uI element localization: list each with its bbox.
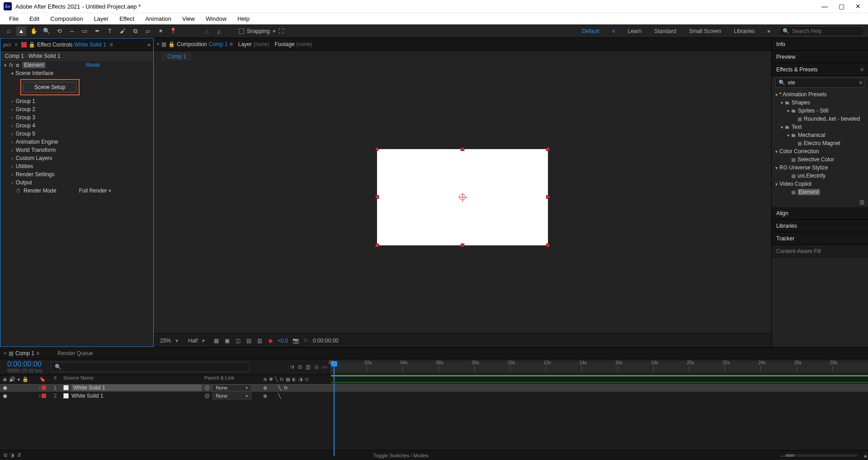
tab-close-icon[interactable]: × (156, 41, 160, 47)
magnification-dropdown[interactable]: 25% (157, 337, 181, 345)
snap-opts-icon[interactable]: ⌖ (273, 28, 276, 34)
toggle-switches-button[interactable]: Toggle Switches / Modes (373, 453, 429, 458)
maximize-button[interactable]: ▢ (839, 3, 844, 10)
twirl-icon[interactable]: › (39, 385, 41, 391)
footer-icon[interactable]: ◑ (10, 452, 14, 458)
prop-custom-layers[interactable]: Custom Layers (0, 154, 153, 162)
transparency-grid-icon[interactable]: ▦ (212, 338, 220, 344)
workspace-standard[interactable]: Standard (654, 28, 676, 34)
tree-text[interactable]: 🖿Text (772, 123, 868, 131)
workspace-libraries[interactable]: Libraries (734, 28, 755, 34)
mask-icon[interactable]: ▣ (223, 338, 231, 344)
channel-icon[interactable]: ◉ (268, 338, 273, 344)
source-col-header[interactable]: Source Name (61, 375, 202, 383)
parent-dropdown[interactable]: None (212, 393, 251, 399)
workspace-learn[interactable]: Learn (628, 28, 642, 34)
parent-dropdown[interactable]: None (212, 385, 251, 391)
exposure-value[interactable]: +0,0 (277, 338, 288, 344)
libraries-panel-header[interactable]: Libraries (772, 220, 868, 232)
graph-icon[interactable]: ▭ (322, 364, 327, 370)
label-col-icon[interactable]: 🔖 (39, 376, 46, 382)
handle-mid-right[interactable] (546, 195, 550, 199)
prev-tab-label[interactable]: ject (3, 42, 11, 47)
quality-icon[interactable]: ╲ (278, 393, 281, 399)
lock-col-icon[interactable]: 🔒 (22, 376, 28, 382)
switch-icon[interactable]: ✱ (269, 376, 273, 382)
prop-render-settings[interactable]: Render Settings (0, 170, 153, 178)
pan-behind-tool[interactable]: ↔ (67, 26, 77, 36)
eye-icon[interactable]: ◉ (3, 385, 7, 391)
prop-group-2[interactable]: Group 2 (0, 105, 153, 113)
tab-overflow-icon[interactable]: » (147, 42, 151, 48)
twirl-icon[interactable]: › (39, 393, 41, 399)
tree-mechanical[interactable]: 🖿Mechanical (772, 131, 868, 139)
snapshot-icon[interactable]: 📷 (292, 338, 299, 344)
workspace-menu-icon[interactable]: ≡ (612, 28, 615, 34)
render-queue-tab[interactable]: Render Queue (57, 350, 93, 357)
effects-search-input[interactable] (788, 80, 856, 86)
playhead[interactable] (331, 359, 338, 370)
pickwhip-icon[interactable]: @ (204, 393, 210, 399)
mesh-icon-2[interactable]: ◭ (214, 26, 224, 36)
anchor-point-icon[interactable] (459, 194, 466, 200)
composition-canvas[interactable] (377, 149, 548, 245)
scene-interface-group[interactable]: Scene Interface (0, 69, 153, 77)
info-panel-header[interactable]: Info (772, 38, 868, 51)
refresh-icon[interactable]: ↻ (304, 338, 308, 344)
time-ruler[interactable]: 00s 02s 04s 06s 08s 10s 12s 14s 16s 18s … (331, 359, 868, 375)
help-search[interactable]: 🔍 (778, 26, 864, 36)
work-area-bar[interactable] (331, 375, 868, 383)
home-icon[interactable]: ⌂ (4, 26, 14, 36)
effect-controls-tab[interactable]: Effect Controls White Solid 1 (37, 42, 106, 48)
tree-rg[interactable]: RG Universe Stylize (772, 164, 868, 172)
zoom-tool[interactable]: 🔍 (42, 26, 52, 36)
collapse-icon[interactable]: ⊕ (263, 393, 267, 399)
switch-icon[interactable]: ◑ (298, 376, 303, 382)
menu-file[interactable]: File (4, 14, 24, 24)
lock-icon[interactable]: 🔒 (28, 42, 35, 48)
clone-tool[interactable]: ⧉ (130, 26, 140, 36)
region-icon[interactable]: ◫ (234, 338, 242, 344)
scene-setup-button[interactable]: Scene Setup (23, 82, 77, 93)
tree-shapes[interactable]: 🖿Shapes (772, 99, 868, 107)
handle-top-left[interactable] (375, 147, 379, 151)
menu-edit[interactable]: Edit (24, 14, 45, 24)
menu-layer[interactable]: Layer (89, 14, 114, 24)
layer-name[interactable]: White Solid 1 (71, 393, 104, 399)
pen-tool[interactable]: ✒ (92, 26, 102, 36)
effects-tree-footer-icon[interactable]: ▥ (772, 197, 868, 207)
comp-tab-pill[interactable]: Comp 1 (162, 52, 192, 61)
panel-menu-icon[interactable]: ≡ (230, 41, 233, 47)
effects-presets-header[interactable]: Effects & Presets ≡ (772, 63, 868, 76)
type-tool[interactable]: T (105, 26, 115, 36)
composition-viewport[interactable] (154, 61, 771, 333)
handle-bot-right[interactable] (546, 244, 550, 247)
timeline-search[interactable]: 🔍 (51, 362, 250, 372)
switch-icon[interactable]: ⊙ (305, 376, 309, 382)
quality-icon[interactable]: ╲ (278, 385, 281, 391)
panel-menu-icon[interactable]: ≡ (36, 350, 39, 357)
num-col-header[interactable]: # (50, 375, 61, 383)
audio-col-icon[interactable]: 🔊 (9, 376, 15, 382)
tree-cc-item[interactable]: ▦Selective Color (772, 155, 868, 164)
mesh-icon[interactable]: ◬ (202, 26, 212, 36)
menu-view[interactable]: View (177, 14, 200, 24)
collapse-icon[interactable]: ⊕ (263, 385, 267, 391)
tab-close-icon[interactable]: × (14, 42, 18, 48)
stopwatch-icon[interactable] (16, 188, 21, 194)
time-zoom-slider[interactable] (785, 454, 858, 457)
layer-row[interactable]: ◉ › 2 White Solid 1 @None ⊕╲ (0, 392, 868, 400)
handle-top-mid[interactable] (461, 147, 464, 151)
prop-group-5[interactable]: Group 5 (0, 130, 153, 138)
tree-mech-item[interactable]: ▦Electro Magnet (772, 139, 868, 147)
orbit-tool[interactable]: ⟲ (54, 26, 64, 36)
tree-anim-presets[interactable]: * Animation Presets (772, 90, 868, 99)
help-search-input[interactable] (792, 28, 860, 34)
snap-expand-icon[interactable]: ⛶ (278, 28, 284, 34)
switch-icon[interactable]: ╲ (275, 376, 278, 382)
switch-icon[interactable]: ⊕ (263, 376, 267, 382)
tab-close-icon[interactable]: × (4, 350, 7, 357)
comp-flow-icon[interactable]: ⇉ (290, 364, 294, 370)
eye-col-icon[interactable]: ◉ (3, 376, 7, 382)
roto-tool[interactable]: ✶ (156, 26, 165, 36)
